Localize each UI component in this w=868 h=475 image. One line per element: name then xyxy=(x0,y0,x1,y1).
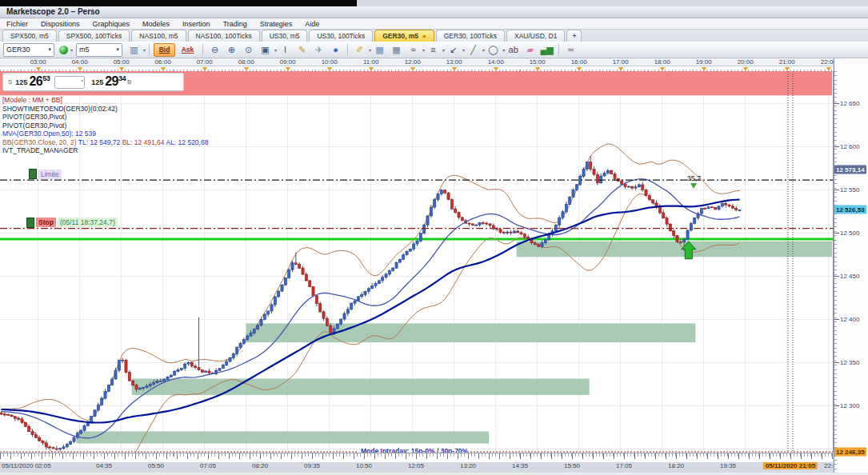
tab-ger30-m5[interactable]: GER30, m5× xyxy=(374,30,434,42)
chevron-down-icon[interactable]: ▾ xyxy=(482,47,485,53)
candle-down xyxy=(510,232,512,233)
chevron-down-icon[interactable]: ▾ xyxy=(462,47,465,53)
close-icon[interactable]: × xyxy=(422,33,426,40)
autoscale-icon[interactable]: I xyxy=(278,43,293,57)
period-select[interactable]: m5▾ xyxy=(76,43,122,57)
chart-area[interactable]: S 125 2653 125 2934 B [Modele : MM + BB]… xyxy=(0,71,834,453)
tab-xau-usd-d1[interactable]: XAU/USD, D1 xyxy=(506,30,565,42)
indicator-text: SHOWTIMETOEND(GER30)(0:02:42) xyxy=(2,105,118,113)
bottom-time-ruler[interactable] xyxy=(0,453,833,462)
candle-down xyxy=(534,243,536,245)
menu-item-strategies[interactable]: Strategies xyxy=(254,20,299,28)
chevron-down-icon[interactable]: ▾ xyxy=(422,47,425,53)
tab-ger30-100ticks[interactable]: GER30, 100Ticks xyxy=(436,30,505,42)
chevron-down-icon: ▾ xyxy=(48,46,51,53)
bottom-axis-label: 08:20 xyxy=(252,462,268,469)
more-icon[interactable]: ≂ xyxy=(563,43,578,57)
candle-up xyxy=(426,216,429,225)
candle-up xyxy=(340,319,342,324)
tab-us30-m5[interactable]: US30, m5 xyxy=(262,30,308,42)
candle-up xyxy=(281,285,283,291)
quote-panel: S 125 2653 125 2934 B xyxy=(2,73,184,91)
menu-item-graphiques[interactable]: Graphiques xyxy=(86,20,137,28)
chevron-down-icon[interactable]: ▾ xyxy=(442,47,445,53)
tab-us30-100ticks[interactable]: US30, 100Ticks xyxy=(309,30,373,42)
candle-down xyxy=(648,196,650,200)
candle-up xyxy=(378,281,380,284)
candle-up xyxy=(107,385,110,392)
send-icon[interactable]: ✈ xyxy=(311,43,326,57)
candle-up xyxy=(416,241,418,244)
ruler-icon[interactable]: ✐ xyxy=(352,43,367,57)
indicator-lines-icon[interactable]: ≈ xyxy=(406,43,421,57)
tab-nas100-m5[interactable]: NAS100, m5 xyxy=(131,30,186,42)
ellipse-icon[interactable]: ◯ xyxy=(486,43,501,57)
bid-button[interactable]: Bid xyxy=(154,43,175,57)
candle-down xyxy=(447,193,450,200)
menu-item-modeles[interactable]: Modeles xyxy=(136,20,176,28)
eraser-icon[interactable]: ▰ xyxy=(522,43,538,57)
candle-down xyxy=(3,414,6,415)
candle-up xyxy=(634,187,637,188)
chevron-down-icon[interactable]: ▾ xyxy=(70,47,73,53)
ask-button[interactable]: Ask xyxy=(177,43,198,57)
symbol-select[interactable]: GER30▾ xyxy=(3,43,54,57)
menu-item-trading[interactable]: Trading xyxy=(217,20,254,28)
stop-order-tag[interactable]: Stop (05/11 18:37,24,7) xyxy=(26,218,118,228)
globe-icon[interactable]: ● xyxy=(328,43,343,57)
image-icon[interactable]: ▩ xyxy=(372,43,387,57)
chevron-down-icon[interactable]: ▾ xyxy=(369,47,371,53)
buy-price[interactable]: 2934 xyxy=(105,74,126,89)
limite-order-tag[interactable]: Limite xyxy=(29,169,62,179)
candle-down xyxy=(208,371,210,373)
price-tick xyxy=(834,319,839,320)
zoom-box-icon[interactable]: ▣ xyxy=(258,43,273,57)
note-icon[interactable]: ✎ xyxy=(294,43,310,57)
candle-up xyxy=(562,212,564,218)
candle-up xyxy=(575,185,578,190)
price-tick xyxy=(834,190,839,190)
candle-up xyxy=(686,230,689,239)
hlines-icon[interactable]: ≡ xyxy=(426,43,441,57)
order-handle-icon[interactable] xyxy=(26,218,34,228)
tab-nas100-100ticks[interactable]: NAS100, 100Ticks xyxy=(188,30,260,42)
price-tick xyxy=(834,405,839,406)
top-axis-label: 21:00 xyxy=(779,58,795,66)
bottom-axis-label: 12:05 xyxy=(408,462,424,469)
trend-arrow-icon[interactable]: ↙ xyxy=(446,43,461,57)
chevron-down-icon[interactable]: ▾ xyxy=(274,47,277,53)
zoom-in-icon[interactable]: ⊕ xyxy=(224,43,239,57)
menu-item-aide[interactable]: Aide xyxy=(298,20,326,28)
chevron-down-icon[interactable]: ▾ xyxy=(143,47,146,53)
indicator-text: MVA(GER30.Open,50): 12 539 xyxy=(2,130,96,138)
strategy-icon[interactable]: ▄▆ xyxy=(539,43,554,57)
table-icon[interactable]: ▦ xyxy=(389,43,404,57)
candle-up xyxy=(97,405,99,410)
line-icon[interactable]: ╱ xyxy=(466,43,481,57)
menu-item-dispositions[interactable]: Dispositions xyxy=(34,20,86,28)
tab-spx500-m5[interactable]: SPX500, m5 xyxy=(2,30,57,42)
add-tab-button[interactable]: + xyxy=(566,30,582,42)
zoom-out-icon[interactable]: ⊖ xyxy=(207,43,222,57)
candle-up xyxy=(232,353,234,357)
order-handle-icon[interactable] xyxy=(29,169,37,179)
price-tick xyxy=(834,146,839,147)
menu-item-fichier[interactable]: Fichier xyxy=(0,20,34,28)
tab-label: US30, 100Ticks xyxy=(317,32,365,40)
chart-type-icon[interactable]: ▥ xyxy=(126,43,142,57)
indicator-legend-line: [Modele : MM + BB] xyxy=(2,96,208,105)
price-tick-label: 12 300 xyxy=(840,402,859,409)
top-axis-label: 09:00 xyxy=(280,58,296,66)
price-axis[interactable]: 12 65012 60012 55012 50012 45012 40012 3… xyxy=(834,58,868,475)
chevron-down-icon[interactable]: ▾ xyxy=(502,47,505,53)
zone-demand-1 xyxy=(76,431,489,443)
quantity-stepper[interactable] xyxy=(54,76,85,89)
zoom-reset-icon[interactable]: ⊙ xyxy=(241,43,256,57)
sell-price[interactable]: 2653 xyxy=(29,74,50,89)
top-axis-label: 17:00 xyxy=(613,58,629,66)
tab-spx500-100ticks[interactable]: SPX500, 100Ticks xyxy=(58,30,130,42)
text-tool-icon[interactable]: ab xyxy=(506,43,521,57)
indicator-text: [Modele : MM + BB] xyxy=(2,96,62,104)
menu-item-insertion[interactable]: Insertion xyxy=(176,20,217,28)
candle-up xyxy=(278,291,280,297)
